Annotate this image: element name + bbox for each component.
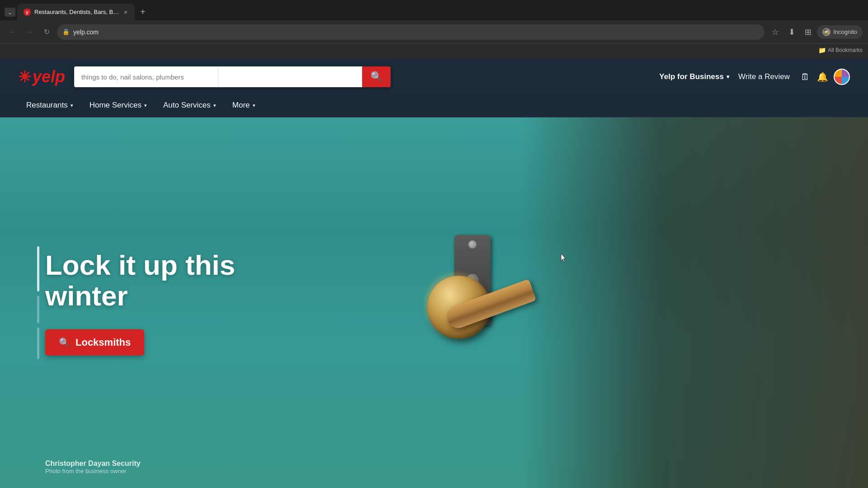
photo-credit-subtitle: Photo from the business owner <box>45 468 141 474</box>
profile-avatar[interactable] <box>834 69 850 85</box>
search-button[interactable]: 🔍 <box>362 66 391 87</box>
door-handle-visual <box>407 190 542 416</box>
nav-item-auto-services[interactable]: Auto Services ▾ <box>155 95 224 117</box>
bookmarks-bar: 📁 All Bookmarks <box>0 44 868 56</box>
search-icon: 🔍 <box>370 71 382 83</box>
write-review-text: Write a Review <box>738 72 790 81</box>
bell-icon: 🔔 <box>817 71 828 82</box>
browser-toolbar: ← → ↻ 🔒 yelp.com ☆ ⬇ ⊞ 🕵 Incognito <box>0 20 868 44</box>
toolbar-icons: ☆ ⬇ ⊞ 🕵 Incognito <box>768 25 863 39</box>
hero-headline: Lock it up this winter <box>45 250 235 311</box>
yelp-logo-burst: ✳ <box>18 68 31 86</box>
bookmark-button[interactable]: ☆ <box>768 25 783 39</box>
photo-credit-business-name: Christopher Dayan Security <box>45 460 141 468</box>
active-tab[interactable]: y Restaurants, Dentists, Bars, Bea × <box>17 4 135 20</box>
nav-item-home-services[interactable]: Home Services ▾ <box>81 95 155 117</box>
incognito-button[interactable]: 🕵 Incognito <box>817 25 863 39</box>
search-what-input[interactable] <box>74 66 218 87</box>
locksmiths-search-icon: 🔍 <box>59 337 70 348</box>
nav-home-services-chevron-icon: ▾ <box>144 103 147 108</box>
search-bar: San Francisco, CA 🔍 <box>74 66 391 87</box>
tab-group-arrow[interactable]: ⌄ <box>5 8 15 17</box>
yelp-nav: Restaurants ▾ Home Services ▾ Auto Servi… <box>0 95 868 117</box>
nav-more-chevron-icon: ▾ <box>253 103 255 108</box>
hero-content: Lock it up this winter 🔍 Locksmiths <box>45 250 235 356</box>
indicator-line-3 <box>37 328 39 359</box>
nav-restaurants-chevron-icon: ▾ <box>71 103 73 108</box>
tab-favicon: y <box>24 9 31 16</box>
yelp-logo[interactable]: ✳ yelp <box>18 67 65 86</box>
yelp-website: ✳ yelp San Francisco, CA 🔍 Yelp for Busi… <box>0 59 868 488</box>
url-text: yelp.com <box>73 28 759 36</box>
yelp-for-business-text: Yelp for Business <box>659 72 724 81</box>
nav-auto-services-label: Auto Services <box>163 101 211 110</box>
hero-headline-line2: winter <box>45 280 128 311</box>
hero-section: Lock it up this winter 🔍 Locksmiths Chri… <box>0 117 868 488</box>
hero-left-indicators <box>37 246 39 359</box>
photo-credit: Christopher Dayan Security Photo from th… <box>45 460 141 474</box>
notifications-button[interactable]: 🔔 <box>815 70 830 84</box>
refresh-button[interactable]: ↻ <box>40 25 53 39</box>
messages-icon: 🗓 <box>801 72 810 82</box>
nav-item-restaurants[interactable]: Restaurants ▾ <box>18 95 81 117</box>
all-bookmarks-label[interactable]: All Bookmarks <box>828 47 863 53</box>
nav-auto-services-chevron-icon: ▾ <box>213 103 216 108</box>
extensions-button[interactable]: ⊞ <box>801 25 815 39</box>
yelp-logo-text: yelp <box>33 67 65 86</box>
browser-chrome: ⌄ y Restaurants, Dentists, Bars, Bea × +… <box>0 0 868 59</box>
hero-headline-line1: Lock it up this <box>45 249 235 281</box>
incognito-icon: 🕵 <box>822 28 830 36</box>
header-icon-buttons: 🗓 🔔 <box>799 69 850 85</box>
locksmiths-button[interactable]: 🔍 Locksmiths <box>45 329 144 356</box>
search-where-input[interactable]: San Francisco, CA <box>218 66 362 87</box>
back-button[interactable]: ← <box>5 25 19 39</box>
hero-right-overlay <box>521 117 868 488</box>
lock-icon: 🔒 <box>62 28 70 35</box>
tab-title: Restaurants, Dentists, Bars, Bea <box>34 9 119 15</box>
address-bar[interactable]: 🔒 yelp.com <box>57 24 764 40</box>
locksmiths-button-label: Locksmiths <box>75 337 131 348</box>
nav-more-label: More <box>232 101 250 110</box>
yelp-for-business-link[interactable]: Yelp for Business ▾ <box>659 72 729 81</box>
nav-item-more[interactable]: More ▾ <box>224 95 264 117</box>
forward-button[interactable]: → <box>23 25 36 39</box>
header-right: Yelp for Business ▾ Write a Review 🗓 🔔 <box>659 69 850 85</box>
download-button[interactable]: ⬇ <box>784 25 799 39</box>
nav-restaurants-label: Restaurants <box>26 101 68 110</box>
indicator-line-1 <box>37 246 39 291</box>
yelp-for-business-chevron-icon: ▾ <box>726 74 729 80</box>
new-tab-button[interactable]: + <box>137 5 149 19</box>
messages-button[interactable]: 🗓 <box>799 70 811 84</box>
tab-close-button[interactable]: × <box>123 8 128 17</box>
incognito-label: Incognito <box>833 28 857 35</box>
bookmark-folder-icon: 📁 <box>818 47 826 54</box>
nav-home-services-label: Home Services <box>90 101 142 110</box>
yelp-header: ✳ yelp San Francisco, CA 🔍 Yelp for Busi… <box>0 59 868 95</box>
browser-tabs-bar: ⌄ y Restaurants, Dentists, Bars, Bea × + <box>0 0 868 20</box>
indicator-line-2 <box>37 296 39 323</box>
screw-top <box>468 240 476 249</box>
write-review-link[interactable]: Write a Review <box>738 72 790 81</box>
